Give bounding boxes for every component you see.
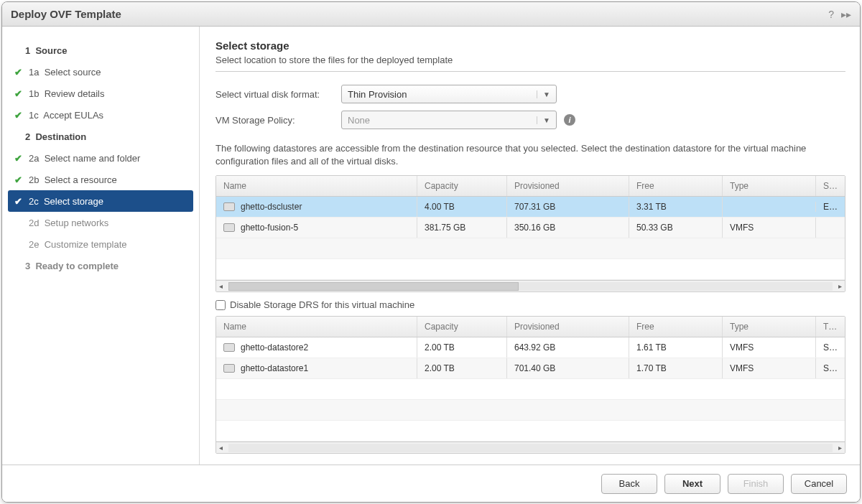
sidebar-item-1a[interactable]: ✔1a Select source (2, 61, 199, 83)
disable-drs-checkbox[interactable] (216, 300, 226, 310)
table-row-empty (216, 238, 845, 259)
wizard-sidebar: 1 Source✔1a Select source✔1b Review deta… (2, 27, 200, 465)
datastore-icon (223, 343, 235, 352)
sidebar-item-3: 3 Ready to complete (2, 255, 199, 276)
scroll-left-icon[interactable]: ◂ (219, 444, 223, 452)
sidebar-item-1b[interactable]: ✔1b Review details (2, 83, 199, 104)
cell-type (723, 202, 816, 212)
table-row-empty (216, 259, 845, 280)
table-header-row: Name Capacity Provisioned Free Type Stor… (216, 176, 845, 197)
datastore-icon (223, 223, 235, 232)
check-icon: ✔ (11, 153, 25, 164)
th-thin-provision[interactable]: Thin Provision (816, 317, 845, 337)
sidebar-item-2b[interactable]: ✔2b Select a resource (2, 169, 199, 190)
scroll-right-icon[interactable]: ▸ (838, 444, 842, 452)
sidebar-item-label: 2 Destination (25, 131, 86, 142)
scroll-track[interactable] (228, 282, 833, 291)
sidebar-item-label: 1c Accept EULAs (25, 110, 103, 121)
datastore-icon (223, 364, 235, 373)
table-row[interactable]: ghetto-fusion-5381.75 GB350.16 GB50.33 G… (216, 218, 845, 238)
cell-name: ghetto-datastore1 (216, 358, 417, 378)
scroll-thumb[interactable] (228, 282, 519, 291)
th-name[interactable]: Name (216, 317, 417, 337)
th-capacity[interactable]: Capacity (417, 317, 507, 337)
table-row[interactable]: ghetto-dscluster4.00 TB707.31 GB3.31 TBE… (216, 197, 845, 218)
sidebar-item-label: 2c Select storage (25, 196, 103, 207)
cell-name: ghetto-dscluster (216, 197, 417, 217)
disk-format-dropdown[interactable]: Thin Provision ▼ (341, 85, 557, 103)
table-body: ghetto-dscluster4.00 TB707.31 GB3.31 TBE… (216, 197, 845, 280)
cell-type: VMFS (723, 337, 816, 358)
datastore-description: The following datastores are accessible … (216, 142, 845, 168)
th-type[interactable]: Type (723, 176, 816, 196)
scroll-right-icon[interactable]: ▸ (838, 282, 842, 290)
table-row-empty (216, 421, 845, 442)
cell-provisioned: 350.16 GB (507, 218, 629, 238)
page-subtitle: Select location to store the files for t… (216, 55, 845, 65)
help-icon[interactable]: ? (828, 9, 834, 20)
next-button[interactable]: Next (664, 474, 720, 494)
storage-policy-value: None (348, 115, 370, 126)
cell-provisioned: 643.92 GB (507, 337, 629, 358)
sidebar-item-2[interactable]: 2 Destination (2, 126, 199, 147)
cell-free: 1.61 TB (629, 337, 723, 358)
cell-name: ghetto-datastore2 (216, 337, 417, 358)
cell-capacity: 2.00 TB (417, 358, 507, 378)
back-button[interactable]: Back (601, 474, 657, 494)
finish-button: Finish (728, 474, 784, 494)
cell-capacity: 4.00 TB (417, 197, 507, 217)
page-title: Select storage (216, 39, 845, 52)
disable-drs-row: Disable Storage DRS for this virtual mac… (216, 299, 845, 310)
sidebar-item-1[interactable]: 1 Source (2, 39, 199, 61)
dialog-titlebar: Deploy OVF Template ? ▸▸ (2, 2, 860, 27)
th-name[interactable]: Name (216, 176, 417, 196)
cell-free: 50.33 GB (629, 218, 723, 238)
check-icon: ✔ (11, 174, 25, 185)
datastore-table: Name Capacity Provisioned Free Type Stor… (216, 175, 845, 292)
horizontal-scrollbar[interactable]: ◂ ▸ (216, 442, 845, 453)
dialog-title: Deploy OVF Template (11, 8, 121, 20)
table-body: ghetto-datastore22.00 TB643.92 GB1.61 TB… (216, 337, 845, 442)
table-header-row: Name Capacity Provisioned Free Type Thin… (216, 317, 845, 337)
cell-thin-provision: Supported (816, 358, 845, 378)
cell-type: VMFS (723, 358, 816, 378)
info-icon[interactable]: i (564, 114, 575, 126)
wizard-main: Select storage Select location to store … (200, 27, 860, 465)
sidebar-item-2c[interactable]: ✔2c Select storage (8, 190, 193, 212)
datastore-name: ghetto-datastore2 (241, 342, 308, 353)
th-provisioned[interactable]: Provisioned (507, 176, 629, 196)
th-free[interactable]: Free (629, 317, 723, 337)
storage-policy-label: VM Storage Policy: (216, 115, 341, 126)
expand-icon[interactable]: ▸▸ (841, 9, 851, 20)
th-capacity[interactable]: Capacity (417, 176, 507, 196)
sidebar-item-2d: 2d Setup networks (2, 212, 199, 233)
cell-capacity: 2.00 TB (417, 337, 507, 358)
disk-format-row: Select virtual disk format: Thin Provisi… (216, 85, 845, 103)
sidebar-item-label: 1b Review details (25, 88, 105, 99)
sidebar-item-1c[interactable]: ✔1c Accept EULAs (2, 104, 199, 126)
th-type[interactable]: Type (723, 317, 816, 337)
th-free[interactable]: Free (629, 176, 723, 196)
sidebar-item-label: 2a Select name and folder (25, 153, 140, 164)
check-icon: ✔ (11, 67, 25, 78)
scroll-track[interactable] (228, 444, 833, 452)
horizontal-scrollbar[interactable]: ◂ ▸ (216, 280, 845, 291)
sidebar-item-label: 1a Select source (25, 67, 101, 78)
scroll-left-icon[interactable]: ◂ (219, 282, 223, 290)
cell-type: VMFS (723, 218, 816, 238)
check-icon: ✔ (11, 110, 25, 121)
check-icon: ✔ (11, 88, 25, 99)
dialog-body: 1 Source✔1a Select source✔1b Review deta… (2, 27, 860, 465)
cell-name: ghetto-fusion-5 (216, 218, 417, 238)
table-row[interactable]: ghetto-datastore12.00 TB701.40 GB1.70 TB… (216, 358, 845, 379)
disk-format-label: Select virtual disk format: (216, 89, 341, 100)
th-provisioned[interactable]: Provisioned (507, 317, 629, 337)
sidebar-item-2a[interactable]: ✔2a Select name and folder (2, 147, 199, 169)
th-storage-drs[interactable]: Storage DRS (816, 176, 845, 196)
table-row-empty (216, 379, 845, 400)
cancel-button[interactable]: Cancel (791, 474, 847, 494)
titlebar-controls: ? ▸▸ (828, 9, 851, 20)
datastore-name: ghetto-fusion-5 (241, 223, 298, 233)
cell-free: 1.70 TB (629, 358, 723, 378)
table-row[interactable]: ghetto-datastore22.00 TB643.92 GB1.61 TB… (216, 337, 845, 358)
